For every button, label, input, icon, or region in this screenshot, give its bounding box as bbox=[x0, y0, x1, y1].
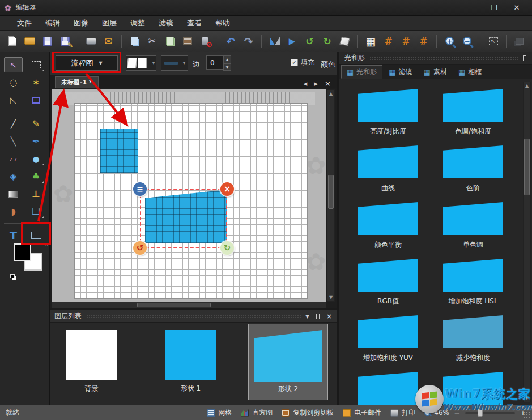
save-button[interactable] bbox=[40, 33, 55, 49]
scroll-down-icon[interactable]: ▼ bbox=[524, 396, 530, 401]
image-adjust-tool[interactable]: ❏ bbox=[27, 204, 45, 219]
flip-horizontal-button[interactable] bbox=[267, 33, 282, 49]
scroll-down-icon[interactable]: ▼ bbox=[327, 295, 334, 300]
crop-tool[interactable] bbox=[27, 92, 45, 108]
document-canvas[interactable]: ≡ × ↺ ↻ bbox=[74, 103, 308, 299]
rotate-left-button[interactable]: ↺ bbox=[302, 33, 317, 49]
item-increase-saturation-yuv[interactable]: 增加饱和度 YUV bbox=[346, 312, 431, 368]
item-levels[interactable]: 色阶 bbox=[431, 142, 516, 199]
item-color-balance[interactable]: 颜色平衡 bbox=[346, 199, 431, 255]
save-as-button[interactable] bbox=[57, 33, 73, 49]
layer-shape-1[interactable]: 形状 1 bbox=[165, 330, 216, 393]
status-grid[interactable]: 网格 bbox=[207, 408, 232, 418]
close-button[interactable]: ✕ bbox=[509, 3, 524, 12]
delete-handle[interactable]: × bbox=[220, 182, 234, 196]
pin-icon[interactable] bbox=[523, 55, 526, 61]
spinner-down-icon[interactable]: ▼ bbox=[223, 63, 231, 71]
scrollbar-thumb[interactable] bbox=[328, 175, 334, 209]
status-zoom-level[interactable]: 46% bbox=[424, 409, 449, 417]
new-file-button[interactable] bbox=[5, 33, 20, 49]
panel-vertical-scrollbar[interactable]: ▲ ▼ bbox=[523, 82, 531, 402]
fill-checkbox[interactable]: ✓ bbox=[291, 59, 298, 66]
select-tool[interactable]: ↖ bbox=[4, 57, 23, 72]
item-brightness-contrast[interactable]: 亮度/对比度 bbox=[346, 85, 431, 142]
item-monotone[interactable]: 单色调 bbox=[431, 199, 516, 255]
color-label[interactable]: 颜色 bbox=[321, 59, 335, 70]
knife-tool[interactable]: ╱ bbox=[4, 116, 23, 131]
item-partial-1[interactable] bbox=[346, 368, 431, 405]
menu-view[interactable]: 查看 bbox=[180, 16, 208, 31]
prev-document-icon[interactable]: ◀ bbox=[303, 81, 307, 87]
delete-button[interactable] bbox=[197, 33, 212, 49]
menu-image[interactable]: 图像 bbox=[67, 16, 95, 31]
layer-background[interactable]: 背景 bbox=[66, 330, 117, 393]
snap-grid-2-button[interactable]: # bbox=[398, 33, 414, 49]
menu-adjust[interactable]: 调整 bbox=[124, 16, 152, 31]
eraser-tool[interactable]: ▱ bbox=[4, 151, 23, 166]
spinner-up-icon[interactable]: ▲ bbox=[223, 55, 231, 63]
shape-type-dropdown[interactable]: 流程图 ▼ bbox=[56, 55, 118, 71]
scrollbar-thumb[interactable] bbox=[137, 303, 211, 307]
pin-icon[interactable] bbox=[316, 314, 320, 319]
gradient-tool[interactable] bbox=[4, 186, 23, 202]
shape-tool[interactable] bbox=[27, 228, 45, 243]
zoom-out-icon[interactable]: − bbox=[454, 409, 461, 417]
close-panel-icon[interactable]: × bbox=[326, 312, 332, 320]
layer-shape-2-selected[interactable]: 形状 2 bbox=[248, 324, 328, 400]
collapse-panel-icon[interactable]: ▼ bbox=[305, 314, 309, 319]
line-tool[interactable]: ╲ bbox=[4, 134, 23, 149]
tab-materials[interactable]: ▦ 素材 bbox=[419, 65, 452, 79]
item-increase-saturation-hsl[interactable]: 增加饱和度 HSL bbox=[431, 255, 516, 312]
menu-edit[interactable]: 编辑 bbox=[39, 16, 67, 31]
text-tool[interactable]: T bbox=[4, 228, 23, 243]
minimize-button[interactable]: – bbox=[464, 3, 479, 12]
grid-window-button[interactable]: ▦ bbox=[363, 33, 378, 49]
shape-style-picker[interactable]: ▾ bbox=[126, 55, 156, 71]
undo-button[interactable]: ↶ bbox=[223, 33, 239, 49]
next-document-icon[interactable]: ▶ bbox=[314, 81, 318, 87]
scrollbar-thumb[interactable] bbox=[524, 139, 530, 195]
menu-layer[interactable]: 图层 bbox=[95, 16, 124, 31]
rotate-handle[interactable]: ↺ bbox=[133, 241, 147, 255]
status-histogram[interactable]: 直方图 bbox=[241, 408, 273, 418]
zoom-in-button[interactable]: + bbox=[442, 33, 457, 49]
item-hue-saturation[interactable]: 色调/饱和度 bbox=[431, 85, 516, 142]
maximize-button[interactable]: ❒ bbox=[487, 3, 501, 12]
flip-vertical-button[interactable]: ▶ bbox=[284, 33, 300, 49]
scroll-up-icon[interactable]: ▲ bbox=[327, 91, 334, 96]
stamp-tool[interactable]: ⊥ bbox=[27, 186, 45, 202]
magic-wand-tool[interactable]: ✶ bbox=[27, 75, 45, 90]
line-style-picker[interactable]: ▾ bbox=[161, 55, 188, 71]
group-button[interactable] bbox=[512, 33, 527, 49]
copy-button[interactable] bbox=[127, 33, 142, 49]
select-region-button[interactable]: ↖ bbox=[486, 33, 501, 49]
lasso-tool[interactable]: ◌ bbox=[4, 75, 23, 90]
status-copy-to-clipboard[interactable]: 复制到剪切板 bbox=[282, 408, 334, 418]
resize-grip[interactable] bbox=[524, 412, 530, 418]
cut-button[interactable]: ✂ bbox=[144, 33, 160, 49]
menu-file[interactable]: 文件 bbox=[10, 16, 39, 31]
smudge-tool[interactable]: ◗ bbox=[4, 204, 23, 219]
move-handle[interactable]: ≡ bbox=[133, 182, 147, 196]
email-button[interactable]: ✉ bbox=[101, 33, 116, 49]
item-curves[interactable]: 曲线 bbox=[346, 142, 431, 199]
status-email[interactable]: 电子邮件 bbox=[343, 408, 381, 418]
save-image-button[interactable] bbox=[180, 33, 195, 49]
tab-frames[interactable]: ▦ 相框 bbox=[453, 65, 487, 79]
item-partial-2[interactable] bbox=[431, 368, 516, 405]
scroll-up-icon[interactable]: ▲ bbox=[524, 83, 530, 88]
scale-handle[interactable]: ↻ bbox=[220, 241, 234, 255]
status-print[interactable]: 打印 bbox=[390, 408, 415, 418]
ungroup-button[interactable] bbox=[529, 33, 532, 49]
pencil-tool[interactable]: ✎ bbox=[27, 116, 45, 131]
fill-tool[interactable]: ◈ bbox=[4, 169, 23, 184]
marquee-tool[interactable] bbox=[27, 57, 45, 72]
tree-tool[interactable]: ♣ bbox=[27, 169, 45, 184]
zoom-slider-track[interactable] bbox=[465, 412, 515, 414]
snap-grid-1-button[interactable]: # bbox=[381, 33, 396, 49]
brush-tool[interactable]: ✒ bbox=[27, 134, 45, 149]
foreground-color-swatch[interactable] bbox=[14, 243, 31, 261]
item-decrease-saturation[interactable]: 减少饱和度 bbox=[431, 312, 516, 368]
menu-filter[interactable]: 滤镜 bbox=[152, 16, 180, 31]
canvas-shape-1[interactable] bbox=[100, 129, 138, 173]
